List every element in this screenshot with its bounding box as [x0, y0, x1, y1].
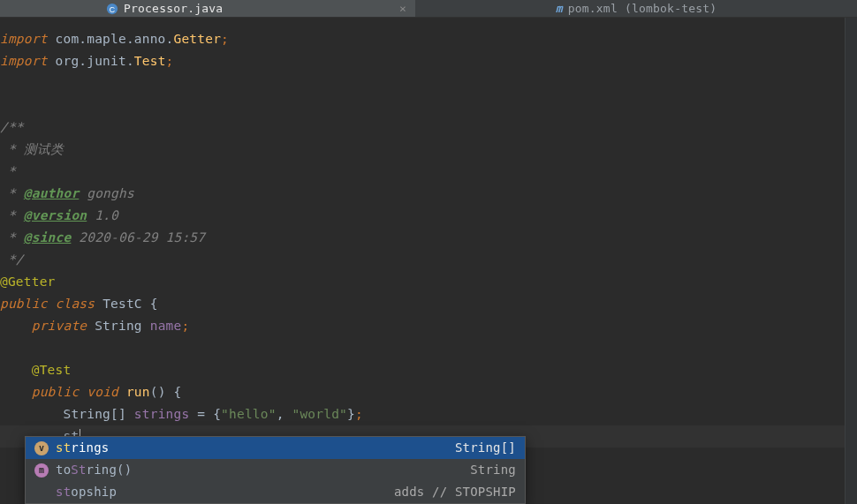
code-editor[interactable]: import com.maple.anno.Getter; import org… — [0, 18, 845, 504]
completion-type: adds // STOPSHIP — [394, 481, 516, 503]
java-class-icon: C — [106, 3, 118, 15]
completion-item-tostring[interactable]: m toString() String — [26, 459, 525, 481]
completion-type: String — [470, 459, 516, 481]
variable-icon: v — [34, 441, 49, 455]
autocomplete-popup: v strings String[] m toString() String s… — [25, 436, 526, 504]
completion-type: String[] — [455, 437, 516, 459]
svg-text:C: C — [110, 4, 116, 13]
completion-item-strings[interactable]: v strings String[] — [26, 437, 525, 459]
maven-icon: m — [556, 2, 563, 15]
close-icon[interactable]: × — [389, 2, 406, 15]
method-icon: m — [34, 463, 49, 478]
tab-pom-xml[interactable]: m pom.xml (lombok-test) — [415, 0, 857, 17]
tab-label: pom.xml (lombok-test) — [568, 2, 717, 15]
template-icon — [34, 485, 49, 500]
code-content: import com.maple.anno.Getter; import org… — [0, 28, 845, 448]
completion-item-stopship[interactable]: stopship adds // STOPSHIP — [26, 481, 525, 503]
tab-label: Processor.java — [124, 2, 223, 15]
scrollbar-track[interactable] — [845, 18, 857, 504]
tab-bar: C Processor.java × m pom.xml (lombok-tes… — [0, 0, 857, 18]
completion-name: stopship — [56, 481, 117, 503]
completion-name: strings — [56, 437, 109, 459]
tab-processor-java[interactable]: C Processor.java × — [0, 0, 415, 17]
completion-name: toString() — [56, 459, 132, 481]
